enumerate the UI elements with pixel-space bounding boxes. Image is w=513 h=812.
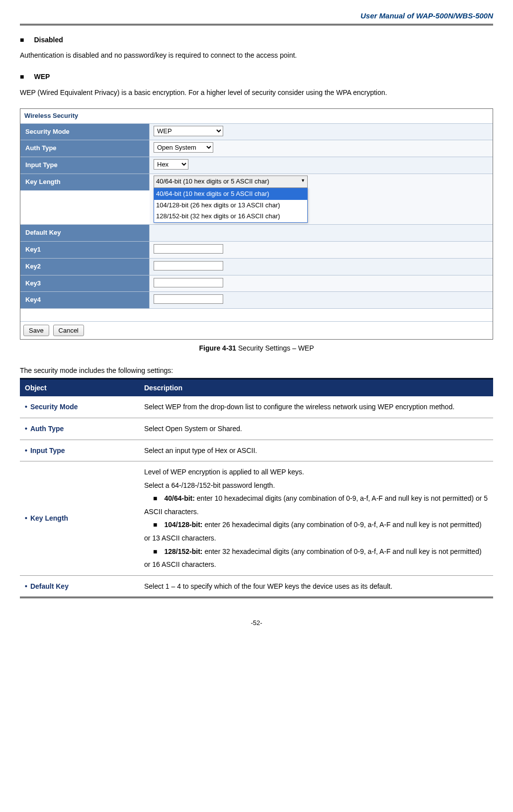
security-mode-select[interactable]: WEP <box>154 126 223 136</box>
input-type-select[interactable]: Hex <box>154 159 188 170</box>
key-length-dropdown-list: 40/64-bit (10 hex digits or 5 ASCII char… <box>154 188 308 223</box>
row-key1: Key1 <box>20 241 493 258</box>
button-row: Save Cancel <box>20 321 493 339</box>
desc-input-type: Select an input type of Hex or ASCII. <box>139 440 493 461</box>
label-key4: Key4 <box>20 292 150 308</box>
key-length-intro1: Level of WEP encryption is applied to al… <box>144 465 488 479</box>
obj-input-type: Input Type <box>30 447 65 454</box>
bullet-square-icon: ■ <box>20 36 24 44</box>
table-bottom-divider <box>20 597 493 598</box>
kl-b1-rest: enter 10 hexadecimal digits (any combina… <box>144 494 488 516</box>
row-security-mode: Security Mode WEP <box>20 123 493 140</box>
label-key3: Key3 <box>20 275 150 292</box>
label-default-key: Default Key <box>20 225 150 241</box>
page-number: -52- <box>20 618 493 629</box>
wireless-security-panel: Wireless Security Security Mode WEP Auth… <box>20 108 493 340</box>
disabled-description: Authentication is disabled and no passwo… <box>20 48 493 62</box>
heading-wep-text: WEP <box>34 73 50 81</box>
desc-security-mode: Select WEP from the drop-down list to co… <box>139 396 493 418</box>
row-input-type: Input Type Hex <box>20 157 493 174</box>
heading-disabled-text: Disabled <box>34 36 63 44</box>
label-key2: Key2 <box>20 259 150 275</box>
table-row: •Key Length Level of WEP encryption is a… <box>20 461 493 576</box>
cancel-button[interactable]: Cancel <box>53 325 84 336</box>
desc-auth-type: Select Open System or Shared. <box>139 418 493 440</box>
label-security-mode: Security Mode <box>20 124 150 140</box>
kl-b2-bold: 104/128-bit: <box>164 521 202 529</box>
figure-title: Security Settings – WEP <box>236 344 314 352</box>
kl-b3-bold: 128/152-bit: <box>164 547 202 555</box>
key1-input[interactable] <box>154 244 223 254</box>
key-length-option[interactable]: 128/152-bit (32 hex digits or 16 ASCII c… <box>154 211 307 222</box>
label-key1: Key1 <box>20 242 150 258</box>
col-header-description: Description <box>139 378 493 396</box>
table-header-row: Object Description <box>20 378 493 396</box>
key-length-intro2: Select a 64-/128-/152-bit password lengt… <box>144 479 488 492</box>
desc-key-length: Level of WEP encryption is applied to al… <box>139 461 493 576</box>
table-intro-text: The security mode includes the following… <box>20 365 493 376</box>
obj-default-key: Default Key <box>30 582 69 590</box>
auth-type-select[interactable]: Open System <box>154 142 213 153</box>
figure-number: Figure 4-31 <box>199 344 236 352</box>
key-length-option[interactable]: 104/128-bit (26 hex digits or 13 ASCII c… <box>154 200 307 211</box>
wep-description: WEP (Wired Equivalent Privacy) is a basi… <box>20 86 493 99</box>
row-default-key: Default Key <box>20 224 493 241</box>
row-key2: Key2 <box>20 258 493 275</box>
row-key3: Key3 <box>20 275 493 292</box>
desc-default-key: Select 1 – 4 to specify which of the fou… <box>139 575 493 597</box>
obj-key-length: Key Length <box>30 514 68 522</box>
label-input-type: Input Type <box>20 157 150 174</box>
save-button[interactable]: Save <box>23 325 49 336</box>
figure-caption: Figure 4-31 Security Settings – WEP <box>20 343 493 354</box>
label-key-length: Key Length <box>20 174 150 190</box>
description-table: Object Description •Security Mode Select… <box>20 378 493 597</box>
key-length-option[interactable]: 40/64-bit (10 hex digits or 5 ASCII char… <box>154 188 307 200</box>
kl-b1-bold: 40/64-bit: <box>164 494 194 502</box>
page-header-title: User Manual of WAP-500N/WBS-500N <box>20 10 493 24</box>
bullet-square-icon: ■ <box>153 547 157 555</box>
table-row: •Security Mode Select WEP from the drop-… <box>20 396 493 418</box>
table-row: •Auth Type Select Open System or Shared. <box>20 418 493 440</box>
table-row: •Default Key Select 1 – 4 to specify whi… <box>20 575 493 597</box>
obj-auth-type: Auth Type <box>30 425 64 433</box>
header-divider <box>20 24 493 25</box>
row-auth-type: Auth Type Open System <box>20 140 493 157</box>
label-auth-type: Auth Type <box>20 140 150 157</box>
key2-input[interactable] <box>154 261 223 271</box>
bullet-square-icon: ■ <box>20 73 24 81</box>
table-row: •Input Type Select an input type of Hex … <box>20 440 493 461</box>
obj-security-mode: Security Mode <box>30 403 78 411</box>
row-key-length: Key Length 40/64-bit (10 hex digits or 5… <box>20 174 493 224</box>
col-header-object: Object <box>20 378 139 396</box>
bullet-square-icon: ■ <box>153 521 157 529</box>
key-length-select[interactable]: 40/64-bit (10 hex digits or 5 ASCII char… <box>154 176 308 188</box>
heading-disabled: ■Disabled <box>20 34 493 45</box>
row-key4: Key4 <box>20 291 493 308</box>
bullet-square-icon: ■ <box>153 494 157 502</box>
key4-input[interactable] <box>154 294 223 304</box>
heading-wep: ■WEP <box>20 71 493 82</box>
key3-input[interactable] <box>154 278 223 287</box>
panel-title: Wireless Security <box>20 109 493 123</box>
